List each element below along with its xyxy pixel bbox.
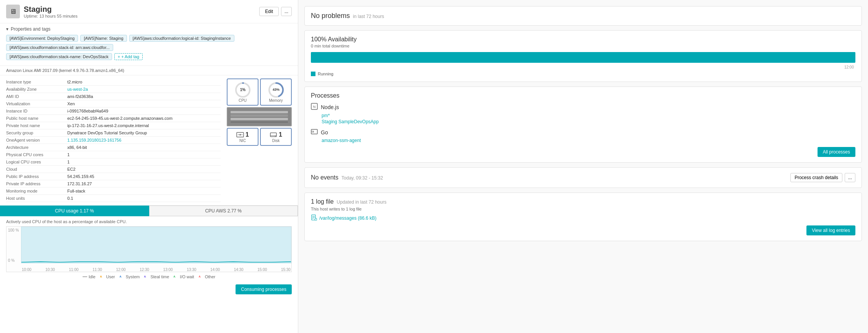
nic-tile[interactable]: 1 NIC: [227, 128, 258, 146]
events-section: No events Today, 09:32 - 15:32 Process c…: [304, 167, 862, 188]
events-actions: Process crash details ...: [790, 173, 855, 182]
events-title-area: No events Today, 09:32 - 15:32: [311, 174, 383, 181]
memory-tile-label: Memory: [269, 98, 283, 103]
chart-subtitle: Actively used CPU of the host as a perce…: [6, 219, 292, 224]
go-icon: [311, 128, 318, 136]
no-problems-title: No problems: [311, 12, 350, 20]
memory-tile[interactable]: 43% Memory: [260, 78, 292, 106]
x-label-1100: 11:00: [69, 268, 78, 272]
svg-text:1%: 1%: [240, 88, 245, 92]
nic-label: NIC: [239, 139, 246, 143]
header-left: 🖥 Staging Uptime: 13 hours 55 minutes: [6, 5, 78, 18]
cpu-tab-aws[interactable]: CPU AWS 2.77 %: [149, 206, 298, 216]
detail-monitoring: Monitoring mode Full-stack: [6, 188, 221, 195]
host-info: Staging Uptime: 13 hours 55 minutes: [24, 5, 78, 18]
all-processes-area: All processes: [311, 147, 855, 157]
nodejs-link-pm[interactable]: pm*: [322, 113, 855, 118]
no-problems-subtitle: in last 72 hours: [353, 14, 384, 19]
detail-physical-cpu: Physical CPU cores 1: [6, 151, 221, 158]
properties-section: ▾ Properties and tags [AWS]Environment: …: [0, 23, 298, 66]
detail-public-host: Public host name ec2-54-245-159-45.us-we…: [6, 115, 221, 122]
detail-virt: Virtualization Xen: [6, 100, 221, 108]
detail-agent-version: OneAgent version 1.135.159.20180123-1617…: [6, 137, 221, 144]
disk-label: Disk: [272, 139, 280, 143]
log-title-area: 1 log file Updated in last 72 hours: [311, 198, 855, 205]
tag-name: [AWS]Name: Staging: [80, 35, 127, 42]
x-label-1300: 13:00: [163, 268, 173, 272]
availability-legend: Running: [311, 72, 855, 76]
legend-system-icon: [120, 275, 124, 278]
events-header: No events Today, 09:32 - 15:32 Process c…: [311, 173, 855, 182]
left-panel: 🖥 Staging Uptime: 13 hours 55 minutes Ed…: [0, 0, 298, 333]
consuming-processes-button[interactable]: Consuming processes: [236, 284, 292, 294]
legend-idle-color: [83, 276, 87, 277]
chevron-down-icon: ▾: [6, 26, 8, 32]
tags-row: [AWS]Environment: DeployStaging [AWS]Nam…: [6, 35, 292, 51]
go-name: Go: [321, 129, 328, 135]
running-legend-color: [311, 72, 315, 76]
availability-chart-label: 12:00: [311, 65, 855, 69]
no-problems-header: No problems in last 72 hours: [311, 12, 855, 20]
detail-private-host: Private host name ip-172-31-16-27.us-wes…: [6, 122, 221, 129]
cpu-tab-host[interactable]: CPU usage 1.17 %: [0, 206, 149, 216]
x-label-1400: 14:00: [210, 268, 220, 272]
go-link-ssm[interactable]: amazon-ssm-agent: [322, 138, 855, 143]
process-crash-details-button[interactable]: Process crash details: [790, 173, 842, 182]
more-options-button[interactable]: ...: [281, 7, 292, 16]
x-label-1500: 15:00: [257, 268, 267, 272]
availability-bar: [311, 52, 855, 63]
processes-section: Processes N Node.js pm* Staging SampleDe…: [304, 87, 862, 163]
legend-user: User: [100, 274, 115, 279]
ami-info: Amazon Linux AMI 2017.09 (kernel 4.9.76-…: [0, 66, 298, 75]
log-file-link[interactable]: i /var/log/messages (86.6 kB): [311, 214, 855, 222]
processes-title: Processes: [311, 92, 855, 99]
svg-point-16: [312, 131, 314, 132]
chart-plot: [21, 227, 291, 263]
detail-arch: Architecture x86, 64-bit: [6, 144, 221, 151]
disk-tile[interactable]: 1 Disk: [260, 128, 292, 146]
plus-icon: +: [118, 54, 120, 59]
header-actions: Edit ...: [259, 7, 292, 16]
events-more-button[interactable]: ...: [845, 173, 855, 182]
x-label-1130: 11:30: [93, 268, 102, 272]
consuming-area: Consuming processes: [0, 282, 298, 297]
disk-value: 1: [279, 131, 282, 138]
add-tag-label: + Add tag: [121, 54, 139, 59]
detail-security-group: Security group Dynatrace DevOps Tutorial…: [6, 129, 221, 137]
view-all-log-entries-button[interactable]: View all log entries: [806, 225, 855, 235]
log-title: 1 log file: [311, 198, 334, 205]
detail-ami: AMI ID ami-f2d3638a: [6, 93, 221, 100]
x-label-1530: 15:30: [281, 268, 291, 272]
x-label-1330: 13:30: [187, 268, 196, 272]
tag-stack-name: [AWS]aws:cloudformation:stack-name: DevO…: [6, 53, 112, 60]
host-uptime: Uptime: 13 hours 55 minutes: [24, 14, 78, 18]
tag-stack-id: [AWS]aws:cloudformation:stack-id: arn:aw…: [6, 44, 113, 51]
details-area: Instance type t2.micro Availability Zone…: [0, 75, 298, 206]
log-file-name: /var/log/messages (86.6 kB): [319, 215, 376, 221]
details-table: Instance type t2.micro Availability Zone…: [6, 78, 221, 202]
nodejs-link-staging[interactable]: Staging SampleDevOpsApp: [322, 119, 855, 124]
cpu-tile[interactable]: 1% CPU: [227, 78, 258, 106]
events-title: No events: [311, 174, 338, 181]
edit-button[interactable]: Edit: [259, 7, 279, 16]
add-tag-button[interactable]: + + Add tag: [114, 53, 143, 60]
all-processes-button[interactable]: All processes: [818, 147, 855, 157]
properties-toggle[interactable]: ▾ Properties and tags: [6, 26, 292, 32]
header: 🖥 Staging Uptime: 13 hours 55 minutes Ed…: [0, 0, 298, 23]
properties-label: Properties and tags: [11, 26, 50, 32]
legend-steal: Steal time: [144, 274, 169, 279]
legend-steal-icon: [144, 275, 149, 278]
nic-icon: [236, 131, 244, 139]
chart-area: Actively used CPU of the host as a perce…: [0, 216, 298, 282]
legend-idle: Idle: [83, 274, 96, 279]
chart-svg: [21, 227, 291, 263]
detail-public-ip: Public IP address 54.245.159.45: [6, 173, 221, 180]
memory-circle-chart: 43%: [268, 82, 284, 98]
no-problems-section: No problems in last 72 hours: [304, 6, 862, 26]
detail-instance-id: Instance ID i-0991768ebabf4a649: [6, 108, 221, 115]
availability-subtitle: 0 min total downtime: [311, 44, 855, 48]
availability-section: 100% Availability 0 min total downtime 1…: [304, 30, 862, 82]
nodejs-group: N Node.js pm* Staging SampleDevOpsApp: [311, 103, 855, 124]
host-icon: 🖥: [6, 5, 20, 18]
nodejs-name: Node.js: [321, 104, 339, 110]
